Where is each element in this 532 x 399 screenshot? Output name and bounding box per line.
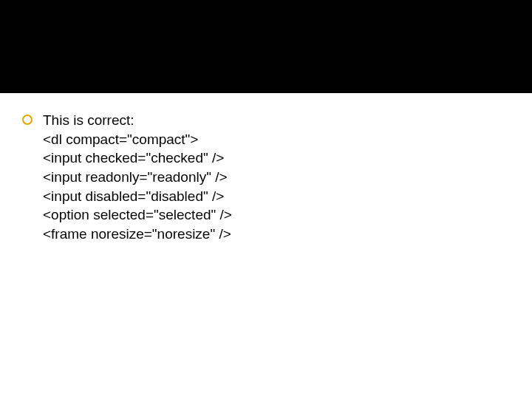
code-line: <input checked="checked" />	[43, 149, 510, 168]
bullet-item: This is correct: <dl compact="compact"> …	[22, 111, 510, 243]
code-line: <frame noresize="noresize" />	[43, 225, 510, 244]
bullet-icon	[22, 115, 33, 125]
code-line: <input readonly="readonly" />	[43, 168, 510, 187]
code-line: <option selected="selected" />	[43, 205, 510, 225]
bullet-text: This is correct: <dl compact="compact"> …	[43, 111, 510, 243]
code-line: <dl compact="compact">	[43, 130, 510, 149]
content-area: This is correct: <dl compact="compact"> …	[22, 111, 510, 243]
lead-line: This is correct:	[43, 111, 510, 130]
slide: This is correct: <dl compact="compact"> …	[0, 0, 532, 399]
code-line: <input disabled="disabled" />	[43, 187, 510, 206]
title-band	[0, 0, 532, 93]
